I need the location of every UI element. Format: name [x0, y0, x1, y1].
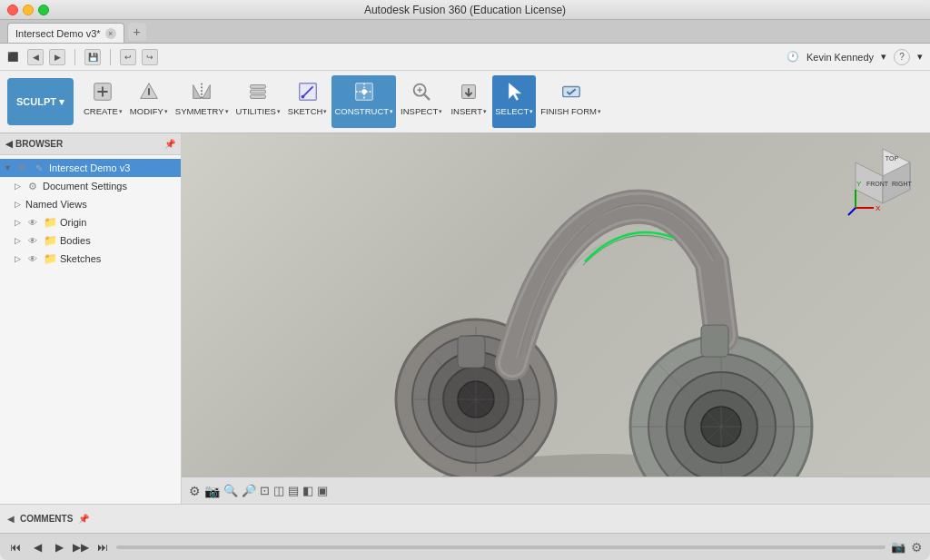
toolbar-group-create[interactable]: CREATE▾: [81, 75, 125, 128]
maximize-button[interactable]: [38, 5, 49, 15]
toolbar-area: ⬛ ◀ ▶ 💾 ↩ ↪ 🕐 Kevin Kennedy ▾ ? ▾ SCULPT…: [0, 44, 930, 133]
tree-item-docsettings[interactable]: ▷ ⚙ Document Settings: [0, 177, 181, 195]
timeline-last-button[interactable]: ⏭: [94, 539, 111, 555]
tree-item-origin[interactable]: ▷ 👁 📁 Origin: [0, 213, 181, 231]
toolbar-group-modify[interactable]: MODIFY▾: [127, 75, 171, 128]
redo-button[interactable]: ↪: [142, 49, 158, 65]
tree-label-docsettings: Document Settings: [43, 181, 127, 192]
tree-label-namedviews: Named Views: [25, 199, 87, 210]
eye-icon-bodies: 👁: [25, 233, 40, 248]
svg-text:TOP: TOP: [885, 155, 899, 162]
toolbar-group-select[interactable]: SELECT▾: [492, 75, 536, 128]
undo-button[interactable]: ↩: [120, 49, 136, 65]
browser-expand-icon[interactable]: ◀: [5, 139, 13, 149]
help-button[interactable]: ?: [894, 49, 910, 65]
window-title: Autodesk Fusion 360 (Education License): [364, 4, 566, 16]
timeline-next-button[interactable]: ▶▶: [73, 539, 89, 555]
sculpt-arrow: ▾: [59, 96, 64, 108]
svg-text:X: X: [876, 204, 881, 212]
toolbar-group-construct[interactable]: CONSTRUCT▾: [331, 75, 396, 128]
insert-label: INSERT▾: [450, 106, 487, 116]
comments-expand-icon[interactable]: ◀: [7, 514, 15, 524]
save-button[interactable]: 💾: [84, 49, 101, 65]
browser-title: BROWSER: [15, 139, 63, 149]
render-mode-icon[interactable]: ▤: [288, 484, 299, 497]
tree-item-bodies[interactable]: ▷ 👁 📁 Bodies: [0, 231, 181, 250]
tree-label-root: Intersect Demo v3: [49, 162, 130, 173]
sketch-icon: [295, 79, 321, 104]
inspect-label: INSPECT▾: [401, 106, 442, 116]
content-area: ◀ BROWSER 📌 ▼ 👁 ✎ Intersect Demo v3: [0, 133, 930, 504]
construct-label: CONSTRUCT▾: [334, 106, 393, 116]
browser-header: ◀ BROWSER 📌: [0, 133, 181, 155]
help-dropdown-arrow[interactable]: ▾: [917, 51, 923, 63]
user-dropdown-arrow[interactable]: ▾: [881, 51, 886, 63]
minimize-button[interactable]: [23, 5, 34, 15]
display-settings-icon[interactable]: ⚙: [189, 484, 201, 498]
utilities-label: UTILITIES▾: [236, 106, 281, 116]
toolbar-top: ⬛ ◀ ▶ 💾 ↩ ↪ 🕐 Kevin Kennedy ▾ ? ▾: [0, 44, 930, 71]
tree-item-namedviews[interactable]: ▷ Named Views: [0, 195, 181, 213]
fit-icon[interactable]: ⊡: [260, 484, 270, 497]
headphone-model: [367, 154, 839, 504]
tree-arrow-origin: ▷: [15, 218, 25, 227]
svg-line-55: [848, 208, 856, 215]
timeline-camera-icon[interactable]: 📷: [891, 540, 905, 554]
active-tab[interactable]: Intersect Demo v3* ×: [7, 23, 124, 43]
toolbar-group-utilities[interactable]: UTILITIES▾: [233, 75, 283, 128]
nav-cube[interactable]: TOP FRONT RIGHT X Y: [846, 144, 919, 217]
timeline-prev-button[interactable]: ◀: [29, 539, 45, 555]
browser-tree: ▼ 👁 ✎ Intersect Demo v3 ▷ ⚙ Document Set…: [0, 155, 181, 504]
new-tab-button[interactable]: +: [128, 23, 146, 41]
sculpt-button[interactable]: SCULPT ▾: [7, 78, 74, 125]
tree-item-sketches[interactable]: ▷ 👁 📁 Sketches: [0, 250, 181, 268]
eye-icon-sketches: 👁: [25, 251, 40, 266]
forward-button[interactable]: ▶: [49, 49, 65, 65]
close-button[interactable]: [7, 5, 18, 15]
browser-header-right: 📌: [164, 139, 175, 149]
display-mode-icon[interactable]: 📷: [204, 484, 220, 498]
view-icon[interactable]: ◫: [273, 484, 284, 497]
back-button[interactable]: ◀: [27, 49, 44, 65]
tab-close-button[interactable]: ×: [105, 28, 116, 39]
svg-rect-10: [251, 95, 266, 99]
sculpt-label: SCULPT: [16, 96, 56, 107]
timeline-bar: ⏮ ◀ ▶ ▶▶ ⏭ 📷 ⚙: [0, 533, 930, 560]
toolbar-group-symmetry[interactable]: SYMMETRY▾: [173, 75, 232, 128]
orbit-icon[interactable]: 🔍: [223, 484, 238, 497]
svg-line-19: [424, 94, 430, 100]
modify-icon: [136, 79, 162, 104]
eye-icon-root: 👁: [15, 161, 29, 175]
svg-rect-46: [701, 325, 728, 357]
svg-rect-8: [251, 90, 266, 93]
visual-style-icon[interactable]: ◧: [302, 484, 313, 497]
separator-1: [74, 49, 75, 65]
settings-icon[interactable]: ⚙: [911, 540, 923, 555]
toolbar-group-insert[interactable]: INSERT▾: [447, 75, 490, 128]
timeline-first-button[interactable]: ⏮: [7, 539, 24, 555]
title-bar: Autodesk Fusion 360 (Education License): [0, 0, 930, 20]
user-name: Kevin Kennedy: [806, 52, 874, 63]
comments-pin-icon[interactable]: 📌: [78, 514, 89, 524]
create-icon: [90, 79, 115, 104]
zoom-icon[interactable]: 🔎: [242, 484, 256, 497]
svg-marker-6: [203, 85, 210, 99]
clock-icon: 🕐: [787, 51, 799, 63]
gear-icon-docsettings: ⚙: [25, 179, 40, 193]
toolbar-group-sketch[interactable]: SKETCH▾: [285, 75, 331, 128]
camera-icon[interactable]: ▣: [317, 484, 328, 497]
browser-pin-icon[interactable]: 📌: [164, 139, 175, 149]
viewport[interactable]: TOP FRONT RIGHT X Y ⚙ 📷 🔍 🔎: [182, 133, 930, 504]
tree-item-root[interactable]: ▼ 👁 ✎ Intersect Demo v3: [0, 159, 181, 177]
timeline-track[interactable]: [116, 545, 885, 549]
select-icon: [501, 79, 527, 104]
app-logo: ⬛: [7, 52, 18, 62]
svg-rect-9: [251, 85, 266, 89]
toolbar-group-finish[interactable]: FINISH FORM▾: [538, 75, 604, 128]
toolbar-group-inspect[interactable]: INSPECT▾: [398, 75, 445, 128]
timeline-play-button[interactable]: ▶: [51, 539, 67, 555]
svg-text:Y: Y: [856, 180, 862, 188]
select-label: SELECT▾: [495, 106, 533, 116]
tree-label-origin: Origin: [60, 217, 86, 228]
browser-header-left: ◀ BROWSER: [5, 139, 63, 149]
